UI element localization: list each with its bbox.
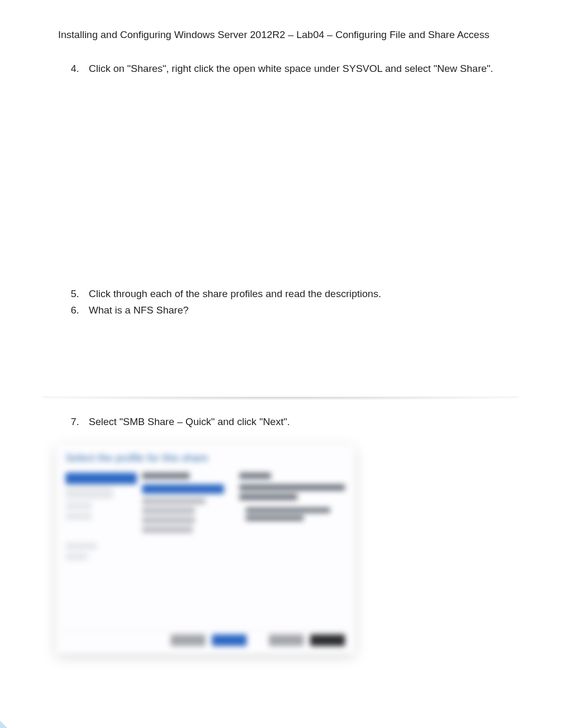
wizard-step-item xyxy=(66,542,97,550)
step-list: 4. Click on "Shares", right click the op… xyxy=(58,62,503,76)
screenshot-placeholder-1 xyxy=(58,76,503,287)
step-text: Click through each of the share profiles… xyxy=(89,288,381,299)
step-5: 5. Click through each of the share profi… xyxy=(73,287,503,301)
wizard-step-item xyxy=(66,487,113,499)
wizard-step-item xyxy=(66,553,88,560)
step-number: 6. xyxy=(71,303,79,317)
step-list: 5. Click through each of the share profi… xyxy=(58,287,503,317)
next-button[interactable] xyxy=(212,634,247,646)
profile-item[interactable] xyxy=(142,508,195,514)
profile-header xyxy=(142,473,190,479)
description-header xyxy=(239,473,271,479)
profile-item-selected[interactable] xyxy=(142,484,224,494)
description-line xyxy=(246,508,330,513)
new-share-wizard-screenshot: Select the profile for this share xyxy=(56,445,354,653)
step-4: 4. Click on "Shares", right click the op… xyxy=(73,62,503,76)
wizard-footer xyxy=(62,630,348,646)
previous-button[interactable] xyxy=(171,634,205,646)
step-list: 7. Select "SMB Share – Quick" and click … xyxy=(58,415,503,429)
answer-placeholder xyxy=(58,317,503,386)
description-line xyxy=(239,484,345,491)
step-6: 6. What is a NFS Share? xyxy=(73,303,503,317)
step-7: 7. Select "SMB Share – Quick" and click … xyxy=(73,415,503,429)
document-header: Installing and Configuring Windows Serve… xyxy=(58,29,503,41)
wizard-step-item xyxy=(66,513,92,520)
profile-item[interactable] xyxy=(142,498,205,504)
step-text: Select "SMB Share – Quick" and click "Ne… xyxy=(89,416,290,427)
step-number: 4. xyxy=(71,62,79,76)
wizard-description-pane xyxy=(239,473,345,626)
wizard-body xyxy=(66,473,345,626)
wizard-step-item xyxy=(66,502,92,510)
section-divider xyxy=(42,397,519,404)
wizard-title: Select the profile for this share xyxy=(66,452,345,464)
cancel-button[interactable] xyxy=(310,634,345,646)
step-text: Click on "Shares", right click the open … xyxy=(89,63,493,74)
step-number: 7. xyxy=(71,415,79,429)
description-line xyxy=(239,494,297,500)
description-line xyxy=(246,515,304,521)
profile-item[interactable] xyxy=(142,517,195,523)
step-text: What is a NFS Share? xyxy=(89,305,189,316)
wizard-profile-list[interactable] xyxy=(142,473,234,626)
document-page: Installing and Configuring Windows Serve… xyxy=(0,0,561,728)
profile-item[interactable] xyxy=(142,527,193,533)
wizard-step-select-profile[interactable] xyxy=(66,473,137,484)
wizard-steps-nav xyxy=(66,473,137,626)
step-number: 5. xyxy=(71,287,79,301)
page-fold-icon xyxy=(0,721,7,728)
create-button[interactable] xyxy=(269,634,304,646)
